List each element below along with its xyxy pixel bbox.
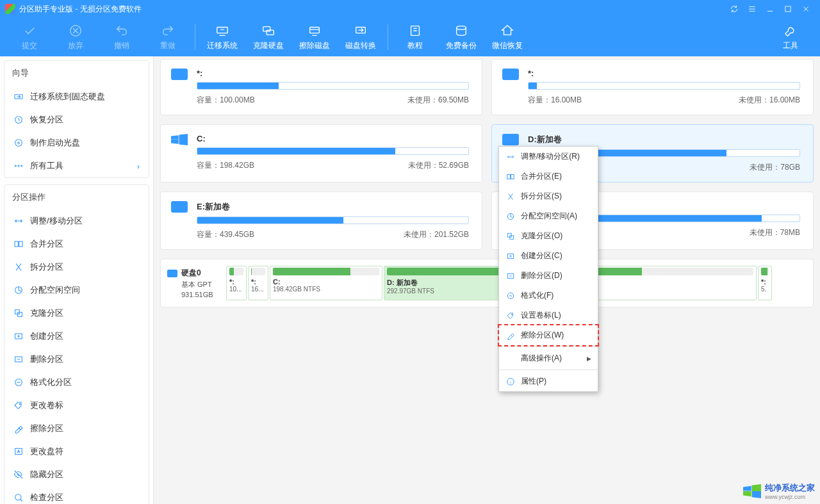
disk-info: 硬盘0 基本 GPT 931.51GB (167, 266, 225, 300)
sidebar-wizard-bootdisc[interactable]: 制作启动光盘 (4, 131, 149, 154)
convert-disk-button[interactable]: 磁盘转换 (338, 20, 384, 54)
disk-segment[interactable]: *: 5. (758, 266, 772, 300)
partition-title: *: (197, 69, 469, 78)
props-icon (505, 377, 516, 387)
migrate-os-button[interactable]: 迁移系统 (199, 20, 245, 54)
ctx-props[interactable]: 属性(P) (499, 371, 598, 391)
sidebar-op-letter[interactable]: 更改盘符 (4, 440, 149, 463)
disk-segment[interactable]: *: 10... (226, 266, 247, 300)
ctx-create[interactable]: 创建分区(C) (499, 246, 598, 266)
sidebar-op-split[interactable]: 拆分分区 (4, 256, 149, 279)
merge-icon (505, 172, 516, 182)
unused-label: 未使用：78MB (750, 227, 800, 238)
ctx-item-label: 设置卷标(L) (521, 310, 561, 321)
partition-title: C: (197, 134, 469, 143)
sidebar-wizard-alltools[interactable]: 所有工具 › (4, 154, 149, 177)
close-icon[interactable] (797, 0, 815, 18)
disk-icon (502, 134, 519, 145)
clone-disk-button[interactable]: 克隆硬盘 (245, 20, 291, 54)
submenu-arrow-icon: ▶ (587, 355, 591, 362)
disk-segment[interactable]: C: 198.42GB NTFS (270, 266, 382, 300)
refresh-icon[interactable] (725, 0, 743, 18)
ctx-resize[interactable]: 调整/移动分区(R) (499, 147, 598, 167)
sidebar-item-label: 分配空闲空间 (30, 284, 80, 296)
capacity-label: 容量：198.42GB (197, 160, 254, 171)
sidebar-op-allocate[interactable]: 分配空闲空间 (4, 279, 149, 302)
sidebar-op-hide[interactable]: 隐藏分区 (4, 463, 149, 486)
ctx-merge[interactable]: 合并分区(E) (499, 167, 598, 186)
resize-icon (13, 216, 24, 226)
sidebar-wizard-migrate[interactable]: 迁移系统到固态硬盘 (4, 85, 149, 108)
create-icon (13, 331, 24, 341)
discard-button[interactable]: 放弃 (53, 20, 99, 54)
ctx-item-label: 格式化(F) (521, 290, 554, 301)
sidebar: 向导 迁移系统到固态硬盘 恢复分区 制作启动光盘 所有工具 › 分区操作 调整/ (0, 56, 154, 504)
ctx-item-label: 调整/移动分区(R) (521, 151, 580, 162)
tools-button[interactable]: 工具 (767, 20, 814, 54)
merge-icon (13, 239, 24, 249)
sidebar-op-format[interactable]: 格式化分区 (4, 371, 149, 394)
sidebar-op-wipe[interactable]: 擦除分区 (4, 417, 149, 440)
menu-icon[interactable] (743, 0, 761, 18)
submenu-icon (505, 354, 516, 364)
wizards-header: 向导 (4, 61, 149, 85)
commit-button[interactable]: 提交 (6, 20, 53, 54)
svg-point-12 (18, 142, 20, 144)
ctx-clone[interactable]: 克隆分区(O) (499, 226, 598, 246)
sidebar-op-delete[interactable]: 删除分区 (4, 348, 149, 371)
unused-label: 未使用：78GB (750, 162, 800, 173)
svg-rect-19 (15, 310, 20, 314)
sidebar-op-check[interactable]: 检查分区 (4, 486, 149, 504)
sidebar-item-label: 拆分分区 (30, 261, 63, 273)
sidebar-op-clone[interactable]: 克隆分区 (4, 302, 149, 325)
partition-card[interactable]: E:新加卷 容量：439.45GB 未使用：201.52GB (160, 191, 482, 250)
unused-label: 未使用：16.00MB (739, 95, 800, 106)
hide-icon (13, 469, 24, 480)
ctx-wipe[interactable]: 擦除分区(W) (499, 325, 598, 345)
sidebar-item-label: 所有工具 (30, 160, 63, 172)
svg-point-41 (511, 314, 512, 314)
svg-point-13 (15, 165, 16, 167)
alltools-icon (13, 161, 24, 171)
clone-icon (505, 231, 516, 241)
sidebar-item-label: 创建分区 (30, 330, 63, 342)
wechat-recover-button[interactable]: 微信恢复 (484, 20, 530, 54)
sidebar-op-label[interactable]: 更改卷标 (4, 394, 149, 417)
capacity-label: 容量：16.00MB (528, 95, 582, 106)
undo-button[interactable]: 撤销 (99, 20, 145, 54)
svg-rect-36 (507, 233, 511, 237)
ctx-delete[interactable]: 删除分区(D) (499, 266, 598, 286)
sidebar-op-create[interactable]: 创建分区 (4, 325, 149, 348)
usage-bar (197, 147, 469, 155)
minimize-icon[interactable] (761, 0, 779, 18)
disk-segment[interactable]: *: 16... (248, 266, 268, 300)
sidebar-op-merge[interactable]: 合并分区 (4, 232, 149, 256)
free-backup-button[interactable]: 免费备份 (438, 20, 484, 54)
ctx-label[interactable]: 设置卷标(L) (499, 305, 598, 325)
disk-icon (167, 270, 177, 277)
ctx-format[interactable]: 格式化(F) (499, 286, 598, 305)
sidebar-op-resize[interactable]: 调整/移动分区 (4, 209, 149, 232)
capacity-label: 容量：439.45GB (197, 229, 254, 240)
delete-icon (13, 354, 24, 364)
disk-map[interactable]: 硬盘0 基本 GPT 931.51GB *: 10... *: 16... C:… (160, 259, 814, 307)
tutorial-button[interactable]: 教程 (392, 20, 438, 54)
bootdisc-icon (13, 138, 24, 148)
svg-point-26 (15, 494, 21, 500)
maximize-icon[interactable] (779, 0, 797, 18)
partition-card[interactable]: *: 容量：100.00MB 未使用：69.50MB (160, 59, 482, 115)
redo-button[interactable]: 重做 (145, 20, 191, 54)
split-icon (505, 191, 516, 202)
ctx-advanced[interactable]: 高级操作(A) ▶ (499, 348, 598, 368)
ctx-allocate[interactable]: 分配空闲空间(A) (499, 206, 598, 226)
wipe-disk-button[interactable]: 擦除磁盘 (291, 20, 338, 54)
sidebar-wizard-recover[interactable]: 恢复分区 (4, 108, 149, 131)
partition-card[interactable]: *: 容量：16.00MB 未使用：16.00MB (491, 59, 814, 115)
partition-card[interactable]: C: 容量：198.42GB 未使用：52.69GB (160, 124, 482, 183)
delete-icon (505, 271, 516, 281)
split-icon (13, 262, 24, 272)
ctx-item-label: 擦除分区(W) (521, 330, 564, 341)
label-icon (13, 400, 24, 411)
ctx-split[interactable]: 拆分分区(S) (499, 186, 598, 206)
sidebar-item-label: 更改卷标 (30, 400, 63, 411)
